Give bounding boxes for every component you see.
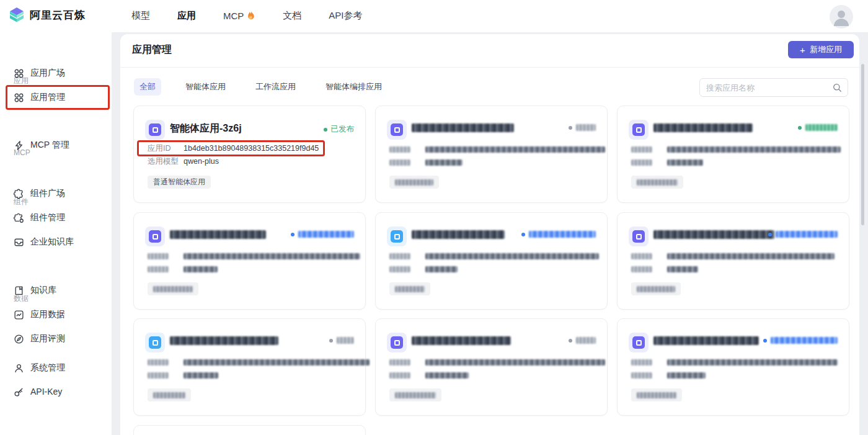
- sidebar-item-组件广场[interactable]: 组件广场: [0, 182, 112, 205]
- app-card[interactable]: [133, 318, 366, 416]
- app-title-redacted: [412, 230, 505, 239]
- sidebar-item-应用评测[interactable]: 应用评测: [0, 327, 112, 351]
- sidebar-item-mcp-管理[interactable]: MCP 管理: [0, 133, 112, 157]
- grid-icon: [14, 92, 24, 103]
- app-icon-glyph: [636, 127, 642, 133]
- app-icon-glyph: [153, 234, 158, 240]
- sidebar-item-知识库[interactable]: 知识库: [0, 279, 112, 302]
- sidebar-item-label: 知识库: [30, 285, 56, 296]
- meta-row-app-id-redacted: [389, 251, 599, 261]
- app-icon-glyph: [636, 340, 642, 346]
- sidebar-item-label: 应用评测: [30, 333, 65, 344]
- app-title: 智能体应用-3z6j: [170, 122, 242, 135]
- tab-3[interactable]: 工作流应用: [250, 78, 301, 96]
- sidebar-item-系统管理[interactable]: 系统管理: [0, 356, 112, 380]
- nav-item-3[interactable]: MCP: [223, 11, 255, 21]
- app-status-redacted: [805, 124, 838, 131]
- app-id-value-redacted: [184, 359, 370, 365]
- user-icon: [14, 363, 24, 374]
- app-model-label-redacted: [631, 159, 652, 166]
- tag-redacted: [395, 392, 436, 398]
- app-title-redacted: [653, 336, 759, 345]
- sidebar: 默认业务空间 应用应用广场应用管理MCPMCP 管理组件组件广场组件管理企业知识…: [0, 32, 112, 435]
- search-icon[interactable]: [833, 83, 842, 92]
- app-icon-inner: [632, 230, 645, 243]
- tab-1[interactable]: 全部: [134, 78, 161, 96]
- app-model-value: qwen-plus: [184, 157, 219, 166]
- tag-redacted: [637, 392, 676, 398]
- app-id-value-redacted: [667, 146, 841, 153]
- app-status: [329, 337, 354, 344]
- nav-item-1[interactable]: 模型: [131, 10, 150, 22]
- app-card[interactable]: [617, 105, 849, 203]
- sidebar-item-应用广场[interactable]: 应用广场: [0, 61, 112, 85]
- app-icon-inner: [391, 123, 403, 136]
- app-model-value-redacted: [667, 159, 703, 166]
- nav-item-4[interactable]: 文档: [283, 10, 301, 22]
- status-dot-icon: [521, 233, 525, 236]
- app-id-label-redacted: [631, 146, 652, 153]
- app-status-redacted: [337, 337, 354, 344]
- app-status: [763, 337, 838, 344]
- app-card-partial[interactable]: [133, 425, 366, 435]
- add-app-button[interactable]: + 新增应用: [788, 41, 854, 58]
- app-id-label-redacted: [389, 359, 410, 365]
- app-card[interactable]: [375, 318, 608, 416]
- app-status: [569, 124, 596, 131]
- meta-row-app-model-redacted: [148, 264, 218, 274]
- fire-icon: [247, 11, 255, 20]
- page-title: 应用管理: [132, 43, 172, 56]
- app-type-tag-redacted: [148, 388, 191, 401]
- meta-row-app-id-redacted: [148, 357, 370, 367]
- app-card[interactable]: [617, 212, 849, 310]
- app-icon-inner: [391, 230, 403, 243]
- app-card[interactable]: [375, 212, 608, 310]
- app-type-tag-redacted: [631, 176, 683, 189]
- app-model-label-redacted: [631, 372, 652, 379]
- sidebar-item-企业知识库[interactable]: 企业知识库: [0, 230, 112, 254]
- sidebar-item-label: MCP 管理: [30, 140, 69, 151]
- app-id-value-redacted: [425, 146, 605, 153]
- status-dot-icon: [798, 126, 802, 130]
- app-icon-glyph: [394, 234, 400, 240]
- sidebar-item-应用管理[interactable]: 应用管理: [0, 86, 112, 109]
- nav-item-2[interactable]: 应用: [177, 10, 196, 22]
- add-app-button-label: 新增应用: [810, 44, 842, 55]
- tab-2[interactable]: 智能体应用: [180, 78, 231, 96]
- scrollbar-thumb[interactable]: [861, 64, 864, 225]
- app-card[interactable]: [133, 212, 366, 310]
- tab-4[interactable]: 智能体编排应用: [320, 78, 388, 96]
- sidebar-item-组件管理[interactable]: 组件管理: [0, 206, 112, 230]
- app-icon-glyph: [394, 127, 400, 133]
- sidebar-item-应用数据[interactable]: 应用数据: [0, 303, 112, 326]
- brand-name: 阿里云百炼: [30, 8, 86, 22]
- app-id-value: 1b4deb31b89048938315c335219f9d45: [184, 144, 319, 153]
- status-dot-icon: [569, 339, 572, 343]
- puzzle-icon: [14, 189, 24, 199]
- user-avatar[interactable]: [830, 5, 853, 29]
- nav-item-label: 文档: [283, 10, 301, 22]
- meta-row-app-id-redacted: [389, 145, 605, 155]
- app-status-redacted: [771, 337, 838, 344]
- app-card[interactable]: 智能体应用-3z6j应用ID1b4deb31b89048938315c33521…: [133, 105, 366, 203]
- meta-row-app-model-redacted: [631, 370, 706, 380]
- app-card[interactable]: [617, 318, 849, 416]
- app-type-tag-redacted: [389, 176, 439, 189]
- sidebar-item-label: 组件广场: [30, 188, 65, 199]
- status-dot-icon: [324, 128, 327, 132]
- app-id-value-redacted: [184, 253, 360, 259]
- app-model-label-redacted: [389, 372, 410, 379]
- agent-app-icon: [629, 120, 649, 140]
- search-input[interactable]: [700, 83, 833, 92]
- tag-redacted: [637, 179, 678, 186]
- app-card[interactable]: [375, 105, 608, 203]
- sidebar-item-api-key[interactable]: API-Key: [0, 380, 112, 403]
- plus-icon: +: [800, 45, 805, 55]
- app-title-redacted: [412, 123, 514, 132]
- agent-app-icon: [387, 333, 407, 352]
- nav-item-5[interactable]: API参考: [329, 10, 362, 22]
- meta-row-app-model: 选用模型qwen-plus: [148, 156, 219, 166]
- sidebar-item-label: 应用广场: [30, 68, 65, 79]
- app-model-label: 选用模型: [148, 156, 184, 167]
- brand-logo[interactable]: 阿里云百炼: [9, 7, 86, 23]
